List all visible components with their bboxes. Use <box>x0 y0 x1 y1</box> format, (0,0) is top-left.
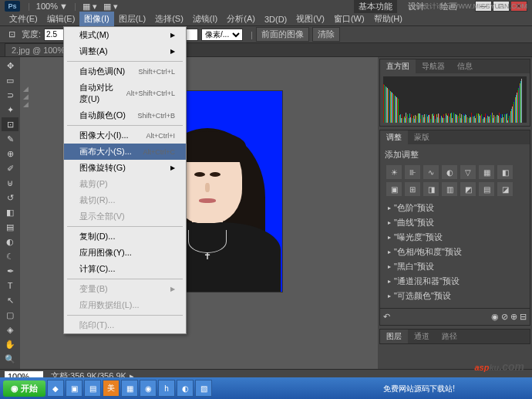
taskbar-item[interactable]: ◐ <box>177 380 194 397</box>
menu-item-自动色调(N)[interactable]: 自动色调(N)Shift+Ctrl+L <box>64 63 186 79</box>
taskbar-item[interactable]: ◉ <box>140 380 157 397</box>
tab-navigator[interactable]: 导航器 <box>416 59 451 73</box>
3d-tool[interactable]: ◈ <box>2 323 19 336</box>
preset-row[interactable]: ▸"曲线"预设 <box>385 215 525 230</box>
menu-item-图像大小(I)...[interactable]: 图像大小(I)...Alt+Ctrl+I <box>64 127 186 144</box>
zoom-tool[interactable]: 🔍 <box>2 352 19 366</box>
eyedropper-tool[interactable]: ✎ <box>2 132 19 146</box>
adj-invert-icon[interactable]: ◨ <box>423 182 439 196</box>
menu-layer[interactable]: 图层(L) <box>114 12 150 26</box>
adj-mixer-icon[interactable]: ⊞ <box>405 182 420 196</box>
adj-hue-icon[interactable]: ▦ <box>479 165 494 179</box>
adj-exposure-icon[interactable]: ◐ <box>442 165 457 179</box>
histogram-display <box>383 76 527 123</box>
adj-bw-icon[interactable]: ◧ <box>497 165 513 179</box>
preset-row[interactable]: ▸"黑白"预设 <box>385 259 525 274</box>
menu-select[interactable]: 选择(S) <box>150 12 188 26</box>
path-tool[interactable]: ↖ <box>2 293 19 307</box>
menu-bar: 文件(E) 编辑(E) 图像(I) 图层(L) 选择(S) 滤镜(I) 分析(A… <box>0 12 532 26</box>
menu-item-裁剪(P): 裁剪(P) <box>64 176 186 192</box>
hand-tool[interactable]: ✋ <box>2 337 19 351</box>
toolbox: ✥ ▭ ⊃ ✦ ⊡ ✎ ⊕ ✐ ⊎ ↺ ◧ ▤ ◐ ☾ ✒ T ↖ ▢ ◈ ✋ … <box>0 57 20 369</box>
adj-photo-icon[interactable]: ▣ <box>386 182 402 196</box>
ps-logo: Ps <box>5 1 20 12</box>
tab-adjustments[interactable]: 调整 <box>380 130 408 144</box>
front-image-button[interactable]: 前面的图像 <box>256 27 309 42</box>
tab-masks[interactable]: 蒙版 <box>408 130 436 144</box>
menu-item-画布大小(S)...[interactable]: 画布大小(S)...Alt+Ctrl+C <box>64 144 186 160</box>
tab-histogram[interactable]: 直方图 <box>380 59 416 73</box>
taskbar-item[interactable]: ▣ <box>66 380 82 397</box>
taskbar-item[interactable]: ▧ <box>195 380 212 397</box>
panels-dock: 直方图 导航器 信息 调整 蒙版 添加调整 ☀ ⊪ ∿ ◐ ▽ ▦ ◧ <box>378 57 532 369</box>
menu-item-应用图像(Y)...[interactable]: 应用图像(Y)... <box>64 245 186 261</box>
taskbar-item[interactable]: h <box>158 380 175 397</box>
document-tab[interactable]: 2.jpg @ 100% <box>5 43 72 57</box>
dodge-tool[interactable]: ☾ <box>2 249 19 263</box>
tab-paths[interactable]: 路径 <box>436 330 463 343</box>
taskbar: ◉开始 ◆ ▣ ▤ 美 ▦ ◉ h ◐ ▧ 免费网站源码下载站! <box>0 377 532 399</box>
tab-info[interactable]: 信息 <box>451 59 479 73</box>
menu-window[interactable]: 窗口(W) <box>329 12 369 26</box>
lasso-tool[interactable]: ⊃ <box>2 88 19 102</box>
menu-3d[interactable]: 3D(D) <box>260 13 291 25</box>
taskbar-text: 免费网站源码下载站! <box>383 384 455 394</box>
wand-tool[interactable]: ✦ <box>2 103 19 117</box>
menu-item-图像旋转(G)[interactable]: 图像旋转(G)▶ <box>64 160 186 176</box>
move-tool[interactable]: ✥ <box>2 59 19 73</box>
menu-item-应用数据组(L)...: 应用数据组(L)... <box>64 297 186 313</box>
menu-item-自动颜色(O)[interactable]: 自动颜色(O)Shift+Ctrl+B <box>64 107 186 123</box>
menu-item-调整(A)[interactable]: 调整(A)▶ <box>64 43 186 59</box>
taskbar-item[interactable]: ◆ <box>47 380 64 397</box>
preset-row[interactable]: ▸"通道混和器"预设 <box>385 274 525 289</box>
adj-brightness-icon[interactable]: ☀ <box>386 165 402 179</box>
preset-row[interactable]: ▸"可选颜色"预设 <box>385 289 525 303</box>
preset-row[interactable]: ▸"曝光度"预设 <box>385 230 525 245</box>
adj-threshold-icon[interactable]: ◩ <box>460 182 476 196</box>
menu-filter[interactable]: 滤镜(I) <box>188 12 222 26</box>
start-button[interactable]: ◉开始 <box>3 380 45 397</box>
menu-analysis[interactable]: 分析(A) <box>222 12 260 26</box>
menu-item-陷印(T)...: 陷印(T)... <box>64 317 186 333</box>
brush-tool[interactable]: ✐ <box>2 161 19 175</box>
adj-vibrance-icon[interactable]: ▽ <box>460 165 476 179</box>
preset-row[interactable]: ▸"色相/饱和度"预设 <box>385 245 525 259</box>
adj-levels-icon[interactable]: ⊪ <box>405 165 420 179</box>
taskbar-item[interactable]: ▤ <box>84 380 101 397</box>
history-brush-tool[interactable]: ↺ <box>2 191 19 205</box>
blur-tool[interactable]: ◐ <box>2 235 19 249</box>
heal-tool[interactable]: ⊕ <box>2 147 19 161</box>
stamp-tool[interactable]: ⊎ <box>2 176 19 190</box>
zoom-display[interactable]: 100% <box>36 2 58 11</box>
type-tool[interactable]: T <box>2 279 19 292</box>
clear-button[interactable]: 清除 <box>312 27 340 42</box>
menu-item-显示全部(V): 显示全部(V) <box>64 208 186 225</box>
menu-view[interactable]: 视图(V) <box>291 12 329 26</box>
preset-row[interactable]: ▸"色阶"预设 <box>385 201 525 215</box>
adj-selective-icon[interactable]: ◪ <box>497 182 513 196</box>
gradient-tool[interactable]: ▤ <box>2 220 19 234</box>
menu-item-自动对比度(U)[interactable]: 自动对比度(U)Alt+Shift+Ctrl+L <box>64 79 186 107</box>
menu-file[interactable]: 文件(E) <box>5 12 42 26</box>
adj-gradient-icon[interactable]: ▤ <box>479 182 494 196</box>
menu-image[interactable]: 图像(I) <box>79 12 113 26</box>
crop-tool[interactable]: ⊡ <box>2 117 19 131</box>
adj-poster-icon[interactable]: ▥ <box>442 182 457 196</box>
menu-item-复制(D)...[interactable]: 复制(D)... <box>64 228 186 245</box>
shape-tool[interactable]: ▢ <box>2 308 19 322</box>
marquee-tool[interactable]: ▭ <box>2 73 19 87</box>
menu-item-计算(C)...[interactable]: 计算(C)... <box>64 261 186 277</box>
pen-tool[interactable]: ✒ <box>2 264 19 278</box>
add-adjustment-label: 添加调整 <box>383 147 527 162</box>
unit-select[interactable]: 像素/... <box>201 29 243 41</box>
eraser-tool[interactable]: ◧ <box>2 205 19 219</box>
taskbar-item[interactable]: ▦ <box>121 380 138 397</box>
adj-reset-icon[interactable]: ↶ <box>383 312 390 322</box>
menu-item-模式(M)[interactable]: 模式(M)▶ <box>64 27 186 43</box>
tab-channels[interactable]: 通道 <box>408 330 436 343</box>
menu-edit[interactable]: 编辑(E) <box>42 12 80 26</box>
adj-curves-icon[interactable]: ∿ <box>423 165 439 179</box>
taskbar-item[interactable]: 美 <box>103 380 120 397</box>
menu-help[interactable]: 帮助(H) <box>369 12 407 26</box>
tab-layers[interactable]: 图层 <box>380 330 408 343</box>
